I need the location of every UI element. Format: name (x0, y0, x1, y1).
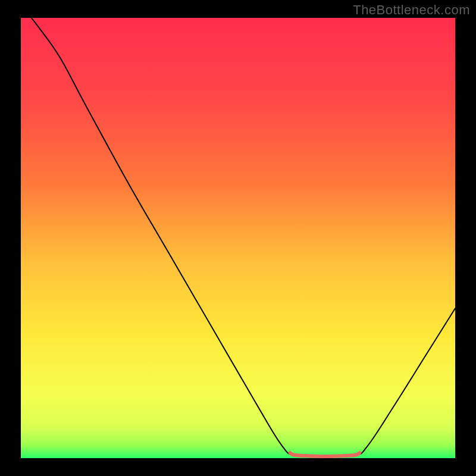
watermark-text: TheBottleneck.com (353, 2, 470, 18)
chart-container: { "watermark": "TheBottleneck.com", "cha… (0, 0, 476, 476)
chart-svg (0, 0, 476, 476)
gradient-background (21, 18, 455, 458)
